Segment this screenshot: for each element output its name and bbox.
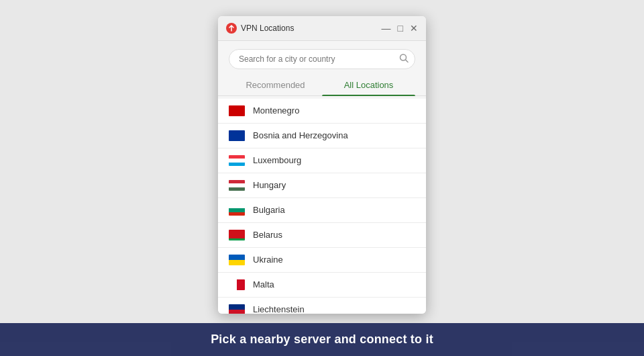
country-flag <box>229 130 245 141</box>
country-flag <box>229 180 245 191</box>
list-item[interactable]: Hungary <box>218 173 426 198</box>
country-name: Luxembourg <box>253 155 301 165</box>
list-item[interactable]: Ukraine <box>218 248 426 273</box>
country-name: Bulgaria <box>253 205 285 215</box>
tab-recommended[interactable]: Recommended <box>229 75 322 95</box>
country-flag <box>229 230 245 240</box>
list-item[interactable]: Bosnia and Herzegovina <box>218 124 426 148</box>
country-name: Ukraine <box>253 255 283 265</box>
tabs-container: Recommended All Locations <box>218 75 426 96</box>
country-name: Montenegro <box>253 105 299 116</box>
minimize-button[interactable]: — <box>382 24 391 33</box>
search-input[interactable] <box>229 49 415 69</box>
list-item[interactable]: Bulgaria <box>218 198 426 223</box>
titlebar: VPN Locations — □ ✕ <box>218 16 426 41</box>
country-name: Hungary <box>253 180 286 190</box>
country-flag <box>229 255 245 265</box>
window-title: VPN Locations <box>241 24 294 33</box>
country-flag <box>229 279 245 290</box>
country-name: Liechtenstein <box>253 304 305 314</box>
list-item[interactable]: Belarus <box>218 223 426 248</box>
country-name: Belarus <box>253 230 282 240</box>
list-item[interactable]: Malta <box>218 273 426 298</box>
list-item[interactable]: Luxembourg <box>218 148 426 173</box>
list-item[interactable]: Liechtenstein <box>218 298 426 314</box>
country-flag <box>229 304 245 314</box>
tooltip-bar: Pick a nearby server and connect to it <box>0 323 644 356</box>
svg-line-1 <box>406 60 409 62</box>
country-list: MontenegroBosnia and HerzegovinaLuxembou… <box>218 99 426 314</box>
country-flag <box>229 155 245 166</box>
app-window: VPN Locations — □ ✕ Recommended All Loca… <box>218 16 426 314</box>
app-logo <box>226 23 237 34</box>
maximize-button[interactable]: □ <box>398 24 403 33</box>
country-flag <box>229 105 245 116</box>
country-flag <box>229 205 245 216</box>
close-button[interactable]: ✕ <box>410 24 418 33</box>
tooltip-text: Pick a nearby server and connect to it <box>211 332 433 346</box>
country-name: Bosnia and Herzegovina <box>253 130 348 140</box>
search-icon <box>399 53 409 64</box>
tab-all-locations[interactable]: All Locations <box>322 75 415 95</box>
list-item[interactable]: Montenegro <box>218 99 426 124</box>
country-name: Malta <box>253 279 274 290</box>
